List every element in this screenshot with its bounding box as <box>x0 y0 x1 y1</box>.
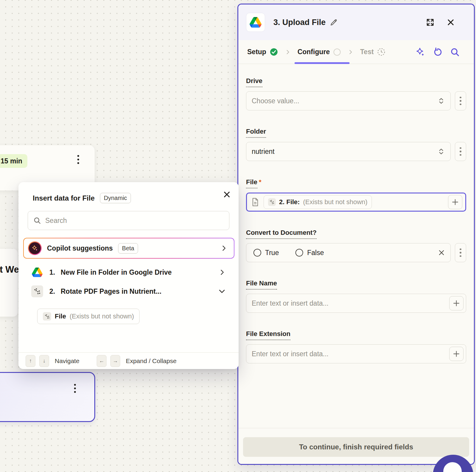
close-icon <box>438 249 445 256</box>
close-popup-button[interactable] <box>223 190 231 199</box>
close-icon <box>223 190 231 199</box>
arrow-up-key-icon[interactable]: ↑ <box>26 355 35 367</box>
step-card-partial-middle[interactable]: t We <box>0 249 18 317</box>
expand-panel-button[interactable] <box>426 18 435 27</box>
radio-circle-icon <box>295 249 303 257</box>
insert-data-plus-button[interactable] <box>448 195 462 209</box>
file-field-tag[interactable]: File (Exists but not shown) <box>37 309 140 324</box>
google-drive-icon <box>250 17 262 28</box>
plus-icon <box>452 350 460 358</box>
search-icon <box>33 217 41 224</box>
clear-selection-button[interactable] <box>438 249 445 256</box>
convert-radio-group: True False <box>246 243 451 262</box>
tab-test[interactable]: Test <box>359 40 387 64</box>
file-input-focused[interactable]: 2. File: (Exists but not shown) <box>246 193 466 212</box>
expand-collapse-hint-label: Expand / Collapse <box>126 357 176 365</box>
insert-data-plus-button[interactable] <box>449 347 464 361</box>
refresh-button[interactable] <box>433 47 442 57</box>
panel-footer: To continue, finish required fields <box>238 428 474 464</box>
timer-badge: 15 min <box>0 154 27 168</box>
pending-clock-icon <box>377 48 385 56</box>
beta-badge: Beta <box>118 243 138 254</box>
tab-configure[interactable]: Configure <box>296 40 342 64</box>
search-icon <box>450 47 460 57</box>
step-menu-kebab-icon[interactable] <box>74 152 83 167</box>
radio-false[interactable]: False <box>295 249 324 257</box>
required-asterisk: * <box>259 178 262 186</box>
chat-bubble-inner <box>443 462 462 472</box>
insert-data-plus-button[interactable] <box>449 296 464 310</box>
nutrient-icon <box>268 198 276 206</box>
step-config-panel: 3. Upload File <box>237 4 475 465</box>
drive-field-menu-button[interactable] <box>455 91 466 110</box>
progress-circle-icon <box>333 49 341 56</box>
chevron-right-icon <box>219 269 226 276</box>
step-card-partial-title: t We <box>0 264 19 275</box>
pencil-icon <box>330 18 338 26</box>
unfold-select-icon <box>437 148 445 155</box>
unfold-select-icon <box>437 97 445 105</box>
popup-keyboard-hints: ↑ ↓ Navigate ← → Expand / Collapse <box>18 352 239 369</box>
field-file-extension: File Extension <box>246 330 466 363</box>
file-extension-input[interactable] <box>252 350 449 358</box>
field-folder: Folder nutrient <box>246 128 466 161</box>
field-label: Folder <box>246 128 266 138</box>
chevron-right-icon <box>348 49 353 55</box>
step-item-nutrient[interactable]: 2. Rotate PDF Pages in Nutrient... <box>18 282 239 301</box>
arrow-down-key-icon[interactable]: ↓ <box>39 355 49 367</box>
dynamic-badge: Dynamic <box>100 193 131 203</box>
file-name-input[interactable] <box>252 299 449 307</box>
field-file: File* 2. File: (Exists but not shown) <box>246 178 466 212</box>
navigate-hint-label: Navigate <box>55 357 79 365</box>
nutrient-icon <box>43 312 51 321</box>
field-drive: Drive Choose value... <box>246 77 466 110</box>
chevron-right-icon <box>285 49 290 55</box>
copilot-icon <box>28 241 42 255</box>
convert-field-menu-button[interactable] <box>455 243 466 262</box>
field-label: Convert to Document? <box>246 229 317 239</box>
radio-circle-icon <box>253 249 261 257</box>
chevron-right-icon <box>221 245 227 251</box>
step-card-selected-partial[interactable] <box>0 372 95 422</box>
nutrient-icon <box>31 285 43 297</box>
popup-search-input[interactable] <box>45 217 224 225</box>
step-item-google-drive[interactable]: 1. New File in Folder in Google Drive <box>18 263 239 282</box>
radio-true[interactable]: True <box>253 249 279 257</box>
folder-field-menu-button[interactable] <box>455 142 466 161</box>
continue-button-disabled[interactable]: To continue, finish required fields <box>243 437 469 457</box>
file-extension-control <box>246 344 466 363</box>
field-label: Drive <box>246 77 262 87</box>
close-icon <box>447 18 455 26</box>
edit-title-button[interactable] <box>330 18 338 26</box>
timer-badge-label: 15 min <box>1 157 22 165</box>
chevron-down-icon <box>218 288 226 295</box>
popup-search-box <box>28 211 229 230</box>
field-label: File <box>246 178 257 188</box>
panel-header: 3. Upload File <box>238 4 474 40</box>
search-fields-button[interactable] <box>450 47 460 57</box>
copilot-sparkle-button[interactable] <box>416 47 425 57</box>
field-file-name: File Name <box>246 279 466 313</box>
plus-icon <box>452 299 460 307</box>
step-menu-kebab-icon[interactable] <box>71 381 79 396</box>
field-label: File Name <box>246 279 277 290</box>
plus-icon <box>451 198 459 206</box>
copilot-suggestions-row[interactable]: Copilot suggestions Beta <box>23 238 234 259</box>
field-convert: Convert to Document? True False <box>246 229 466 262</box>
undo-refresh-icon <box>433 47 442 57</box>
file-name-control <box>246 294 466 313</box>
close-panel-button[interactable] <box>447 18 455 26</box>
document-icon <box>251 198 259 207</box>
drive-select[interactable]: Choose value... <box>246 91 451 110</box>
tab-setup[interactable]: Setup <box>246 40 279 64</box>
sparkle-icon <box>416 47 425 57</box>
mapped-file-tag[interactable]: 2. File: (Exists but not shown) <box>264 195 372 209</box>
google-drive-app-tile <box>246 13 265 32</box>
step-title: 3. Upload File <box>273 18 326 27</box>
field-label: File Extension <box>246 330 290 340</box>
folder-select[interactable]: nutrient <box>246 142 451 161</box>
configure-form: Drive Choose value... Folder nutrient <box>238 64 474 363</box>
arrow-right-key-icon[interactable]: → <box>110 355 120 367</box>
arrow-left-key-icon[interactable]: ← <box>97 355 107 367</box>
check-circle-icon <box>270 48 278 56</box>
